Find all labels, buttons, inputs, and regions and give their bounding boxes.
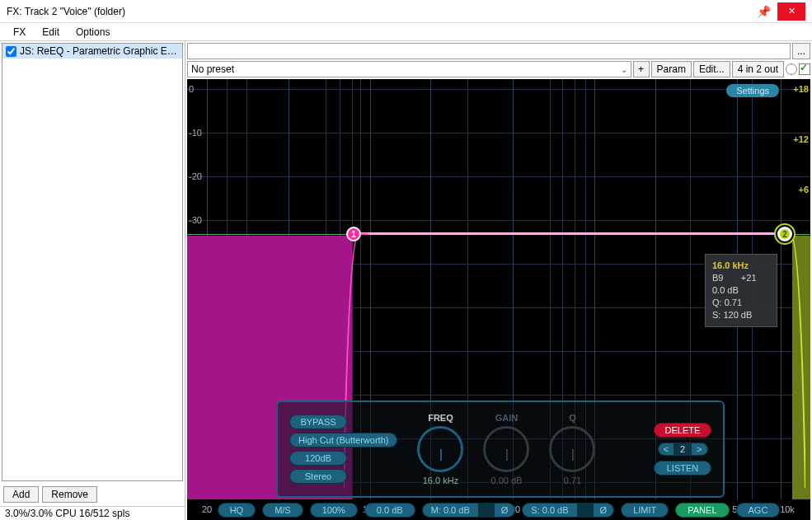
- fx-sidebar: JS: ReEQ - Parametric Graphic Equali... …: [0, 41, 185, 520]
- listen-button[interactable]: LISTEN: [654, 461, 711, 475]
- gain-knob-group: GAIN 0.00 dB: [483, 413, 529, 485]
- filter-type-button[interactable]: High Cut (Butterworth): [289, 433, 397, 447]
- param-button[interactable]: Param: [651, 61, 692, 77]
- cpu-status: 3.0%/3.0% CPU 16/512 spls: [0, 506, 185, 520]
- menubar: FX Edit Options: [0, 23, 812, 41]
- menu-options[interactable]: Options: [68, 25, 118, 40]
- bottom-toolbar: HQ M/S 100% 0.0 dB M: 0.0 dBØ S: 0.0 dBØ…: [187, 499, 810, 520]
- prev-band-icon[interactable]: <: [659, 443, 674, 455]
- global-gain-button[interactable]: 0.0 dB: [364, 503, 415, 518]
- scale-button[interactable]: 100%: [310, 503, 358, 518]
- fx-list[interactable]: JS: ReEQ - Parametric Graphic Equali...: [2, 43, 183, 481]
- stereo-button[interactable]: Stereo: [289, 469, 347, 484]
- q-knob-group: Q 0.71: [549, 413, 595, 485]
- q-knob[interactable]: [549, 426, 595, 472]
- panel-button[interactable]: PANEL: [675, 503, 729, 518]
- delete-button[interactable]: DELETE: [654, 423, 711, 438]
- bypass-checkbox[interactable]: [799, 63, 810, 75]
- band-tooltip: 16.0 kHz B9 +21 0.0 dB Q: 0.71 S: 120 dB: [705, 254, 777, 327]
- chevron-down-icon: ⌄: [621, 65, 627, 74]
- remove-button[interactable]: Remove: [42, 486, 97, 503]
- window-title: FX: Track 2 "Voice" (folder): [7, 6, 757, 17]
- limit-button[interactable]: LIMIT: [621, 503, 669, 518]
- preset-add-button[interactable]: +: [633, 61, 650, 77]
- hq-button[interactable]: HQ: [218, 503, 256, 518]
- preset-dropdown[interactable]: No preset ⌄: [187, 61, 631, 77]
- fx-list-item[interactable]: JS: ReEQ - Parametric Graphic Equali...: [2, 44, 182, 59]
- freq-knob[interactable]: .knob:nth-of-type(1)::after{transform:ro…: [417, 426, 463, 472]
- add-button[interactable]: Add: [3, 486, 39, 503]
- comment-input[interactable]: [187, 43, 791, 59]
- mid-gain-button[interactable]: M: 0.0 dBØ: [422, 503, 516, 518]
- freq-knob-group: FREQ .knob:nth-of-type(1)::after{transfo…: [417, 413, 463, 485]
- band-panel: BYPASS High Cut (Butterworth) 120dB Ster…: [276, 401, 725, 498]
- edit-button[interactable]: Edit...: [693, 61, 730, 77]
- offline-toggle[interactable]: [786, 63, 797, 75]
- eq-curve: [354, 232, 791, 235]
- next-band-icon[interactable]: >: [692, 443, 706, 455]
- menu-fx[interactable]: FX: [5, 25, 34, 40]
- band-node-2[interactable]: 2: [777, 227, 792, 241]
- band2-edge: [781, 232, 805, 488]
- titlebar: FX: Track 2 "Voice" (folder) 📌 ✕: [0, 0, 812, 23]
- side-gain-button[interactable]: S: 0.0 dBØ: [522, 503, 614, 518]
- fx-enable-checkbox[interactable]: [6, 46, 16, 57]
- bypass-button[interactable]: BYPASS: [289, 415, 347, 429]
- menu-edit[interactable]: Edit: [34, 25, 68, 40]
- close-button[interactable]: ✕: [777, 2, 805, 21]
- slope-button[interactable]: 120dB: [289, 451, 347, 466]
- eq-display[interactable]: 0 -10 -20 -30 -40 -50 -60 -70 -80 +18 +1…: [187, 79, 810, 520]
- fx-name: JS: ReEQ - Parametric Graphic Equali...: [20, 45, 179, 57]
- ms-button[interactable]: M/S: [262, 503, 303, 518]
- settings-button[interactable]: Settings: [726, 84, 779, 97]
- routing-button[interactable]: 4 in 2 out: [732, 61, 784, 77]
- preset-value: No preset: [191, 63, 234, 75]
- gain-knob[interactable]: [483, 426, 529, 472]
- pin-icon[interactable]: 📌: [757, 5, 771, 18]
- band-node-1[interactable]: 1: [346, 227, 361, 241]
- agc-button[interactable]: AGC: [736, 503, 781, 518]
- fx-menu-button[interactable]: ...: [792, 43, 810, 59]
- band-selector[interactable]: < 2 >: [658, 443, 708, 456]
- band-number: 2: [674, 443, 692, 455]
